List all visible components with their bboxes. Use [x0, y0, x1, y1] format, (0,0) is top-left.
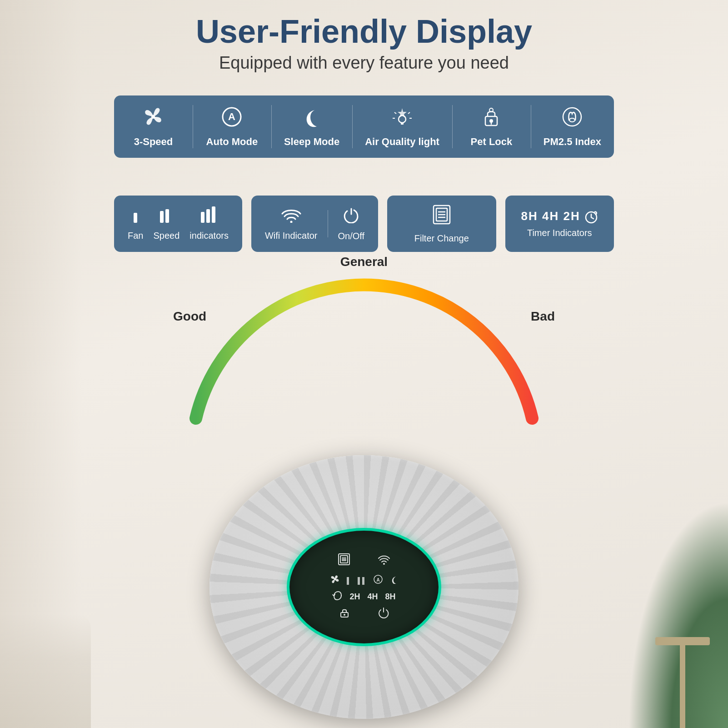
timer-item: 8H 4H 2H Timer Indicators	[521, 209, 598, 238]
panel-moon-icon	[389, 575, 399, 586]
svg-point-33	[383, 563, 385, 565]
wifi-divider	[328, 210, 328, 237]
svg-point-0	[151, 115, 155, 119]
feature-3speed: 3-Speed	[114, 95, 193, 158]
svg-rect-20	[212, 206, 215, 223]
air-purifier: ▌ ▌▌ A	[200, 446, 528, 728]
svg-point-34	[334, 578, 336, 580]
fan-bar3: indicators	[189, 206, 229, 241]
fan-bar3-label: indicators	[189, 231, 229, 241]
svg-rect-4	[401, 123, 404, 125]
svg-point-3	[399, 115, 406, 123]
panel-timer-row: 2H 4H 8H	[332, 591, 395, 603]
panel-bar1-icon: ▌	[347, 577, 351, 584]
panel-power-icon	[378, 607, 389, 621]
svg-point-13	[563, 108, 581, 126]
table-surface	[655, 637, 710, 645]
panel-8h-label: 8H	[385, 592, 396, 602]
panel-fan-icon	[329, 574, 340, 587]
couch-decoration	[0, 614, 91, 728]
onoff-label: On/Off	[338, 231, 365, 241]
table-leg	[680, 645, 685, 728]
feature-pet-lock-label: Pet Lock	[471, 136, 513, 148]
fan-speed-box: Fan Speed indicators	[114, 196, 242, 252]
fan-icon	[142, 105, 165, 131]
timer-icon: 8H 4H 2H	[521, 209, 598, 224]
side-table	[655, 637, 710, 728]
svg-rect-16	[160, 211, 164, 223]
feature-air-quality: Air Quality light	[352, 95, 452, 158]
onoff-icon	[343, 206, 360, 227]
arc-section: General Good Bad	[0, 255, 728, 427]
svg-rect-17	[165, 209, 169, 223]
panel-wifi-icon	[378, 553, 390, 568]
feature-3speed-label: 3-Speed	[134, 136, 173, 148]
svg-text:A: A	[376, 577, 379, 582]
panel-bar2-icon: ▌▌	[358, 577, 367, 584]
feature-pm25-label: PM2.5 Index	[544, 136, 601, 148]
onoff-item: On/Off	[338, 206, 365, 241]
fan-bar1-icon	[131, 206, 140, 227]
feature-air-quality-label: Air Quality light	[365, 136, 439, 148]
wifi-indicator-item: Wifi Indicator	[265, 206, 318, 241]
filter-change-label: Filter Change	[414, 233, 469, 244]
feature-auto-label: Auto Mode	[206, 136, 258, 148]
svg-point-10	[489, 119, 493, 123]
panel-bottom-row	[339, 607, 389, 621]
sleep-mode-icon	[300, 105, 323, 131]
svg-point-21	[290, 221, 292, 223]
subtitle: Equipped with every feature you need	[0, 53, 728, 73]
panel-auto-icon: A	[373, 574, 383, 587]
panel-2h-label: 2H	[349, 592, 360, 602]
panel-4h-label: 4H	[367, 592, 378, 602]
main-title: User-Friendly Display	[0, 14, 728, 50]
filter-change-box: Filter Change	[387, 196, 496, 252]
device-section: ▌ ▌▌ A	[160, 410, 568, 728]
fan-bar1-label: Fan	[128, 231, 143, 241]
fan-bar2: Speed	[153, 206, 180, 241]
svg-rect-18	[201, 212, 204, 223]
features-row2: Fan Speed indicators	[114, 196, 614, 252]
fan-bar2-label: Speed	[153, 231, 180, 241]
svg-point-38	[344, 614, 345, 616]
svg-text:A: A	[228, 111, 235, 122]
pm25-icon	[561, 105, 583, 131]
filter-change-item: Filter Change	[414, 204, 469, 244]
filter-change-icon	[431, 204, 453, 230]
panel-timer-rotate-icon	[332, 591, 342, 603]
svg-line-5	[394, 112, 396, 114]
auto-mode-icon: A	[220, 105, 243, 131]
svg-point-14	[569, 118, 575, 122]
features-row1: 3-Speed A Auto Mode Sleep Mode	[114, 95, 614, 158]
air-quality-icon	[391, 105, 414, 131]
svg-rect-15	[134, 213, 137, 223]
wifi-icon	[281, 206, 301, 227]
feature-pm25: PM2.5 Index	[531, 95, 614, 158]
feature-auto-mode: A Auto Mode	[193, 95, 271, 158]
feature-sleep-label: Sleep Mode	[284, 136, 339, 148]
fan-bar3-icon	[201, 206, 217, 227]
purifier-panel: ▌ ▌▌ A	[287, 528, 441, 646]
feature-pet-lock: Pet Lock	[452, 95, 531, 158]
panel-mid-row: ▌ ▌▌ A	[329, 574, 399, 587]
fan-bar1: Fan	[128, 206, 143, 241]
header-section: User-Friendly Display Equipped with ever…	[0, 14, 728, 73]
panel-top-row	[338, 553, 390, 568]
feature-sleep-mode: Sleep Mode	[271, 95, 352, 158]
fan-bar2-icon	[160, 206, 173, 227]
panel-lock-icon	[339, 607, 350, 621]
timer-box: 8H 4H 2H Timer Indicators	[505, 196, 614, 252]
svg-line-6	[408, 112, 410, 114]
svg-rect-19	[206, 209, 210, 223]
pet-lock-icon	[480, 105, 503, 131]
timer-label: Timer Indicators	[527, 228, 592, 238]
wifi-onoff-box: Wifi Indicator On/Off	[251, 196, 378, 252]
arc-svg	[160, 255, 568, 427]
panel-filter-icon	[338, 553, 350, 568]
arc-container: General Good Bad	[160, 255, 568, 427]
wifi-label: Wifi Indicator	[265, 231, 318, 241]
